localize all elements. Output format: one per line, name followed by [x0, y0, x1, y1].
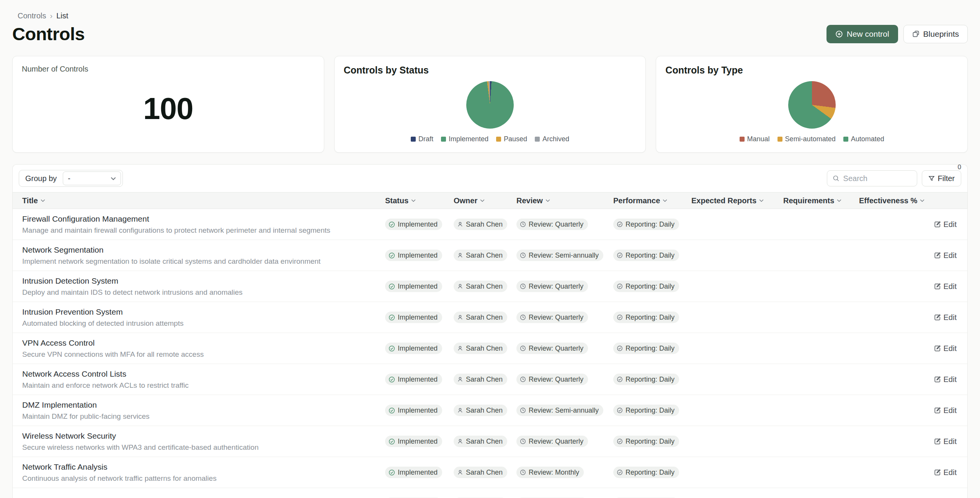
legend-swatch-icon [777, 137, 782, 142]
breadcrumb-item-controls[interactable]: Controls [18, 11, 46, 20]
table-row[interactable]: Network Traffic Analysis Continuous anal… [13, 457, 967, 488]
type-pie-chart [788, 81, 836, 129]
review-badge: Review: Quarterly [516, 436, 588, 447]
controls-by-status-title: Controls by Status [344, 65, 637, 76]
review-cell: Review: Quarterly [516, 281, 613, 292]
owner-label: Sarah Chen [466, 313, 503, 322]
edit-cell: Edit [926, 344, 967, 353]
owner-label: Sarah Chen [466, 345, 503, 353]
edit-pencil-icon [934, 252, 941, 259]
owner-badge: Sarah Chen [454, 374, 507, 385]
edit-button[interactable]: Edit [934, 344, 957, 353]
column-header-effectiveness[interactable]: Effectiveness % [859, 196, 926, 205]
legend-label: Paused [504, 135, 527, 143]
owner-cell: Sarah Chen [454, 405, 516, 416]
column-label: Status [385, 196, 408, 205]
table-row[interactable]: Firewall Configuration Management Manage… [13, 209, 967, 240]
check-circle-icon [389, 252, 395, 259]
number-of-controls-label: Number of Controls [22, 65, 315, 73]
legend-item: Implemented [441, 135, 488, 143]
filter-button[interactable]: Filter [922, 170, 961, 186]
review-badge: Review: Semi-annually [516, 250, 603, 261]
status-cell: Implemented [385, 374, 454, 385]
column-header-performance[interactable]: Performance [613, 196, 691, 205]
edit-button[interactable]: Edit [934, 375, 957, 384]
table-row[interactable]: Network Access Control Lists Maintain an… [13, 364, 967, 395]
edit-cell: Edit [926, 406, 967, 415]
clock-icon [520, 252, 526, 258]
new-control-button[interactable]: New control [826, 25, 898, 43]
edit-pencil-icon [934, 314, 941, 321]
person-icon [457, 283, 463, 289]
owner-badge: Sarah Chen [454, 343, 507, 354]
status-label: Implemented [398, 251, 438, 260]
column-label: Effectiveness % [859, 196, 917, 205]
check-circle-icon [389, 283, 395, 290]
legend-item: Paused [496, 135, 527, 143]
edit-button[interactable]: Edit [934, 220, 957, 229]
table-row[interactable]: DDoS Protection Implemented [13, 488, 967, 498]
group-by-select[interactable]: - [63, 171, 121, 185]
column-header-owner[interactable]: Owner [454, 196, 516, 205]
status-label: Implemented [398, 469, 438, 477]
check-circle-icon [389, 407, 395, 414]
filter-label: Filter [938, 174, 955, 183]
status-badge: Implemented [385, 374, 442, 385]
table-row[interactable]: Intrusion Prevention System Automated bl… [13, 302, 967, 333]
type-legend: ManualSemi-automatedAutomated [665, 131, 958, 144]
review-badge: Review: Quarterly [516, 343, 588, 354]
table-row[interactable]: Intrusion Detection System Deploy and ma… [13, 271, 967, 302]
table-row[interactable]: Wireless Network Security Secure wireles… [13, 426, 967, 457]
review-label: Review: Monthly [529, 469, 579, 477]
control-title: Wireless Network Security [22, 431, 385, 441]
status-cell: Implemented [385, 281, 454, 292]
status-label: Implemented [398, 376, 438, 384]
owner-label: Sarah Chen [466, 251, 503, 260]
table-row[interactable]: VPN Access Control Secure VPN connection… [13, 333, 967, 364]
edit-button[interactable]: Edit [934, 313, 957, 322]
review-cell: Review: Quarterly [516, 219, 613, 230]
status-cell: Implemented [385, 436, 454, 447]
edit-button[interactable]: Edit [934, 468, 957, 477]
sort-chevron-icon [920, 199, 924, 202]
page-actions: New control Blueprints [826, 25, 968, 43]
owner-label: Sarah Chen [466, 282, 503, 291]
check-circle-icon [617, 252, 623, 258]
control-title-cell: VPN Access Control Secure VPN connection… [22, 338, 385, 359]
control-title: Network Access Control Lists [22, 369, 385, 379]
control-title: Intrusion Detection System [22, 276, 385, 286]
legend-label: Semi-automated [785, 135, 836, 143]
column-header-review[interactable]: Review [516, 196, 613, 205]
legend-swatch-icon [535, 137, 540, 142]
table-row[interactable]: Network Segmentation Implement network s… [13, 240, 967, 271]
edit-button[interactable]: Edit [934, 437, 957, 446]
blueprints-icon [912, 30, 920, 38]
edit-button[interactable]: Edit [934, 406, 957, 415]
control-description: Maintain and enforce network ACLs to res… [22, 381, 385, 390]
edit-button[interactable]: Edit [934, 251, 957, 260]
column-header-status[interactable]: Status [385, 196, 454, 205]
group-by-control: Group by - [19, 170, 123, 187]
status-badge: Implemented [385, 405, 442, 416]
review-label: Review: Quarterly [529, 376, 583, 384]
owner-badge: Sarah Chen [454, 405, 507, 416]
column-header-title[interactable]: Title [22, 196, 385, 205]
status-badge: Implemented [385, 467, 442, 478]
review-badge: Review: Quarterly [516, 219, 588, 230]
review-label: Review: Quarterly [529, 220, 583, 229]
clock-icon [520, 221, 526, 227]
sort-chevron-icon [546, 199, 550, 202]
edit-button[interactable]: Edit [934, 282, 957, 291]
performance-label: Reporting: Daily [626, 469, 675, 477]
control-title-cell: Intrusion Prevention System Automated bl… [22, 307, 385, 328]
edit-label: Edit [944, 437, 957, 446]
table-row[interactable]: DMZ Implementation Maintain DMZ for publ… [13, 395, 967, 426]
legend-item: Semi-automated [777, 135, 836, 143]
controls-list-panel: Group by - 0 Filte [12, 164, 968, 498]
search-input[interactable] [843, 174, 911, 183]
column-header-expected-reports[interactable]: Expected Reports [691, 196, 783, 205]
blueprints-button[interactable]: Blueprints [903, 25, 968, 43]
clock-icon [520, 283, 526, 289]
column-header-requirements[interactable]: Requirements [783, 196, 859, 205]
review-cell: Review: Quarterly [516, 343, 613, 354]
